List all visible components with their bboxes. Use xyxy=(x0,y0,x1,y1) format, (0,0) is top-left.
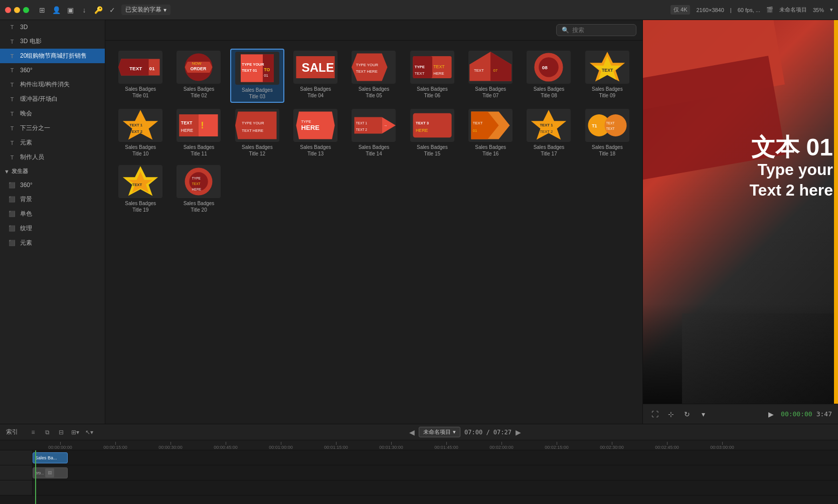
zoom-chevron-icon[interactable]: ▾ xyxy=(830,7,833,13)
badge-label-13: Sales Badges Title 13 xyxy=(300,144,331,157)
timeline-nav-right[interactable]: ▶ xyxy=(516,428,521,436)
badge-item-14[interactable]: TEXT 1 TEXT 2 → Sales Badges Title 14 xyxy=(347,107,401,159)
sidebar-item-solid[interactable]: ⬛ 单色 xyxy=(0,207,105,221)
sidebar-item-evening[interactable]: T 晚会 xyxy=(0,106,105,121)
project-name-timeline[interactable]: 未命名项目 ▾ xyxy=(419,427,460,437)
badge-item-08[interactable]: 08 Sales Badges Title 08 xyxy=(522,49,576,103)
chevron-down-icon[interactable]: ▾ xyxy=(697,408,709,420)
badge-item-10[interactable]: TEXT 1 TEXT 2 Sales Badges Title 10 xyxy=(113,107,167,159)
sidebar-item-credits[interactable]: T 制作人员 xyxy=(0,150,105,164)
check-icon[interactable]: ✓ xyxy=(107,5,117,15)
svg-text:01: 01 xyxy=(149,66,155,71)
sidebar-item-appear-disappear[interactable]: T 构件出现/构件消失 xyxy=(0,77,105,92)
sidebar-item-20-shop[interactable]: T 20组购物节商城打折销售 xyxy=(0,49,105,63)
sidebar-item-3d[interactable]: T 3D xyxy=(0,20,105,34)
sidebar-item-lower-third[interactable]: T 下三分之一 xyxy=(0,121,105,135)
ruler-mark-label: 00:01:45:00 xyxy=(434,445,458,450)
svg-rect-55 xyxy=(413,113,451,137)
badge-label-07: Sales Badges Title 07 xyxy=(475,86,506,99)
badge-item-16[interactable]: TEXT 01 Sales Badges Title 16 xyxy=(463,107,518,159)
track-label-3 xyxy=(0,480,33,495)
sidebar-item-texture[interactable]: ⬛ 纹理 xyxy=(0,221,105,236)
svg-text:01: 01 xyxy=(264,73,268,78)
person-icon[interactable]: 👤 xyxy=(51,5,61,15)
badge-item-13[interactable]: TYPE HERE Sales Badges Title 13 xyxy=(288,107,343,159)
rotate-icon[interactable]: ↻ xyxy=(681,408,693,420)
sidebar-item-elements[interactable]: T 元素 xyxy=(0,135,105,150)
badge-item-11[interactable]: TEXT HERE ! Sales Badges Title 11 xyxy=(172,107,226,159)
fullscreen-icon[interactable]: ⛶ xyxy=(649,408,661,420)
svg-text:HERE: HERE xyxy=(433,71,444,76)
badge-item-01[interactable]: TEXT 01 Sales Badges Title 01 xyxy=(113,49,167,103)
key-icon[interactable]: 🔑 xyxy=(93,5,103,15)
svg-text:TEXT 1: TEXT 1 xyxy=(129,123,143,127)
playhead[interactable] xyxy=(35,450,36,504)
gen-icon: ⬛ xyxy=(8,225,16,233)
sidebar-item-bg[interactable]: ⬛ 背景 xyxy=(0,192,105,207)
generator-group-toggle[interactable]: ▼ 发生器 xyxy=(0,164,105,178)
timeline-nav-left[interactable]: ◀ xyxy=(409,428,415,436)
badge-label-15: Sales Badges Title 15 xyxy=(417,144,448,157)
svg-text:TEXT: TEXT xyxy=(606,121,615,125)
track-clip-video[interactable]: 6f9... 🖼 xyxy=(33,467,68,478)
svg-marker-44 xyxy=(235,112,277,139)
search-input[interactable] xyxy=(572,27,632,34)
main-area: T 3D T 3D 电影 T 20组购物节商城打折销售 T 360° T 构件出… xyxy=(0,20,838,424)
badge-item-03[interactable]: TYPE YOUR TEXT 01 TO 01 Sales Badges Tit… xyxy=(230,49,284,103)
minimize-button[interactable] xyxy=(14,7,20,13)
badge-label-01: Sales Badges Title 01 xyxy=(125,86,156,99)
sidebar-item-buffer-open[interactable]: T 缓冲器/开场白 xyxy=(0,92,105,106)
badge-label-16: Sales Badges Title 16 xyxy=(475,144,506,157)
play-icon[interactable]: ▶ xyxy=(765,408,777,420)
ruler-mark-label: 00:00:15:00 xyxy=(103,445,127,450)
grid-icon[interactable]: ⊞ xyxy=(37,5,47,15)
badge-item-05[interactable]: TYPE YOUR TEXT HERE Sales Badges Title 0… xyxy=(347,49,401,103)
svg-text:TO: TO xyxy=(264,67,270,72)
subtitle-dropdown[interactable]: 已安装的字幕 ▾ xyxy=(121,5,171,15)
maximize-button[interactable] xyxy=(23,7,29,13)
badge-item-06[interactable]: TYPE TEXT TEXT HERE Sales Badges Title 0… xyxy=(405,49,459,103)
badge-label-09: Sales Badges Title 09 xyxy=(592,86,623,99)
badge-item-04[interactable]: SALE Sales Badges Title 04 xyxy=(288,49,343,103)
sidebar-item-elements-gen[interactable]: ⬛ 元素 xyxy=(0,236,105,250)
crop-icon[interactable]: ⊹ xyxy=(665,408,677,420)
badge-item-17[interactable]: TEXT 1 TEXT 2 Sales Badges Title 17 xyxy=(522,107,576,159)
text-icon: T xyxy=(8,124,16,132)
badge-item-20[interactable]: TYPE TEXT HERE Sales Badges Title 20 xyxy=(172,163,226,215)
content-area: 🔍 TEXT 01 Sales Badges Title 01 ORDER NO… xyxy=(105,20,642,424)
badge-item-07[interactable]: TEXT 07 Sales Badges Title 07 xyxy=(463,49,518,103)
svg-text:NOW: NOW xyxy=(192,61,202,66)
layout-dropdown-icon[interactable]: ⊞▾ xyxy=(70,427,80,437)
download-icon[interactable]: ↓ xyxy=(79,5,89,15)
sidebar-item-360[interactable]: T 360° xyxy=(0,63,105,77)
badge-item-18[interactable]: T1 TEXT TEXT Sales Badges Title 18 xyxy=(580,107,634,159)
search-box[interactable]: 🔍 xyxy=(556,24,636,36)
layers-icon[interactable]: ▣ xyxy=(65,5,75,15)
track-clip-sales-badges[interactable]: Sales Ba... xyxy=(33,452,68,463)
preview-text-line1: 文本 01 xyxy=(749,135,833,159)
timecode-display: 00:00:00 xyxy=(781,410,812,418)
align-icon[interactable]: ⊟ xyxy=(56,427,66,437)
sidebar: T 3D T 3D 电影 T 20组购物节商城打折销售 T 360° T 构件出… xyxy=(0,20,105,424)
ruler-mark: 00:02:45:00 xyxy=(639,442,695,450)
svg-marker-27 xyxy=(490,52,512,81)
sidebar-item-360-gen[interactable]: ⬛ 360° xyxy=(0,178,105,192)
badge-thumb-04: SALE xyxy=(293,51,338,84)
badge-item-15[interactable]: TEXT 3 HERE Sales Badges Title 15 xyxy=(405,107,459,159)
badge-item-09[interactable]: TEXT Sales Badges Title 09 xyxy=(580,49,634,103)
track-content-2: 6f9... 🖼 xyxy=(33,465,838,480)
svg-text:TEXT HERE: TEXT HERE xyxy=(356,69,378,74)
badge-item-19[interactable]: TEXT Sales Badges Title 19 xyxy=(113,163,167,215)
sidebar-item-3d-movie[interactable]: T 3D 电影 xyxy=(0,34,105,49)
track-content-1: Sales Ba... xyxy=(33,450,838,465)
badge-item-02[interactable]: ORDER NOW Sales Badges Title 02 xyxy=(172,49,226,103)
close-button[interactable] xyxy=(5,7,11,13)
pointer-icon[interactable]: ↖▾ xyxy=(84,427,94,437)
svg-text:→: → xyxy=(384,123,388,128)
badge-label-14: Sales Badges Title 14 xyxy=(359,144,390,157)
list-icon[interactable]: ≡ xyxy=(28,427,38,437)
track-row-3 xyxy=(0,480,838,495)
badge-item-12[interactable]: TYPE YOUR TEXT HERE Sales Badges Title 1… xyxy=(230,107,284,159)
badge-grid: TEXT 01 Sales Badges Title 01 ORDER NOW … xyxy=(113,49,634,215)
split-icon[interactable]: ⧉ xyxy=(42,427,52,437)
